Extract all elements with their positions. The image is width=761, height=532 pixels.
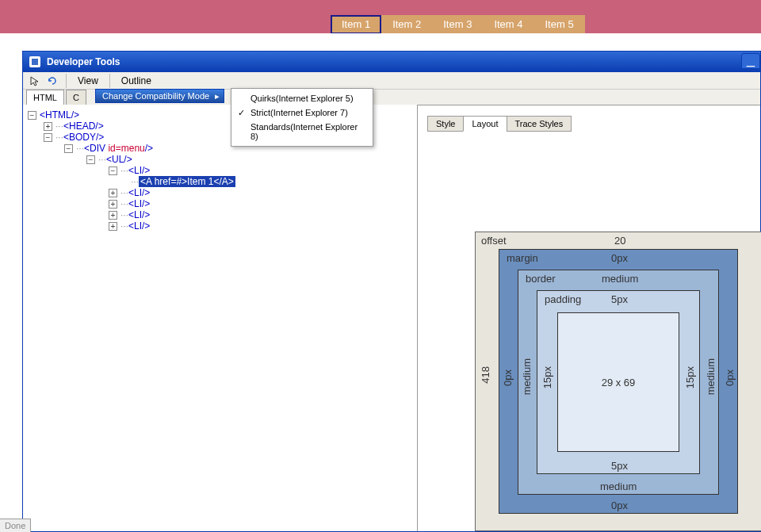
menu-item-4[interactable]: Item 4 xyxy=(483,15,533,33)
menu-item-2[interactable]: Item 2 xyxy=(381,15,432,33)
nav-menu: Item 1 Item 2 Item 3 Item 4 Item 5 xyxy=(331,15,585,33)
menu-item-1[interactable]: Item 1 xyxy=(331,15,381,33)
menu-item-5[interactable]: Item 5 xyxy=(534,15,585,33)
page-top-bar: Item 1 Item 2 Item 3 Item 4 Item 5 xyxy=(0,0,761,33)
menu-item-3[interactable]: Item 3 xyxy=(432,15,483,33)
